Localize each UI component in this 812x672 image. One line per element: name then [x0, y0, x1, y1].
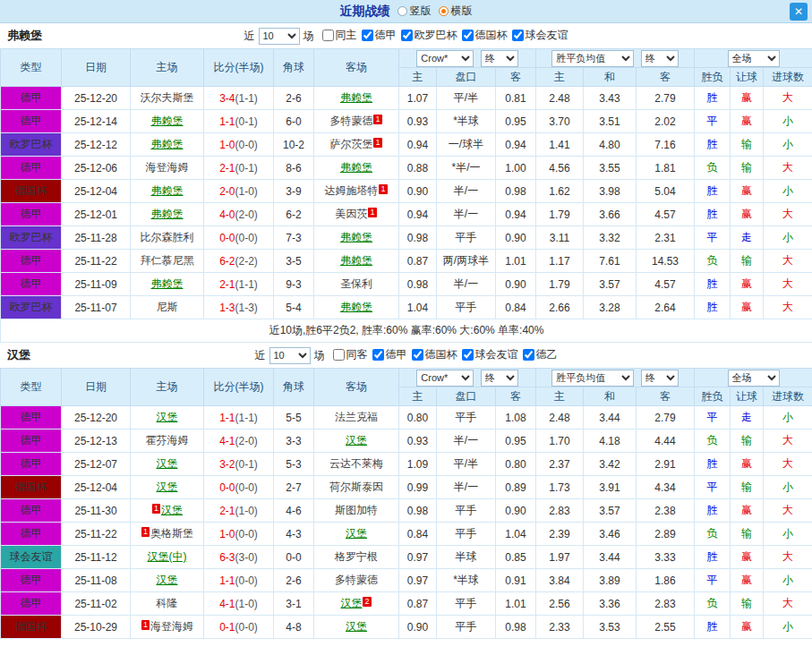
home-team-name[interactable]: 汉堡 — [157, 457, 178, 470]
filter-checkbox-input[interactable] — [372, 349, 384, 361]
league-type-cell: 德甲 — [1, 406, 62, 430]
home-team-name[interactable]: 汉堡 — [157, 574, 178, 586]
home-team-name[interactable]: 汉堡(中) — [148, 550, 187, 563]
away-team-name[interactable]: 汉堡 — [340, 597, 362, 609]
odds-time-select[interactable]: 终 — [481, 370, 518, 387]
filter-checkbox[interactable]: 德国杯 — [412, 347, 457, 362]
mean-away-value: 4.34 — [637, 476, 695, 499]
filter-checkbox[interactable]: 球会友谊 — [462, 347, 518, 362]
home-team-name[interactable]: 弗赖堡 — [151, 138, 184, 150]
home-team-name[interactable]: 弗赖堡 — [151, 115, 184, 127]
odds-home-value: 0.90 — [399, 616, 437, 639]
col-result-handicap: 让球 — [731, 68, 764, 87]
match-row: 欧罗巴杯25-11-07尼斯1-3(1-3)5-4弗赖堡1.04平手0.842.… — [1, 296, 812, 319]
odds-time-select[interactable]: 终 — [481, 50, 518, 67]
filter-checkbox-input[interactable] — [523, 349, 534, 361]
away-team-name[interactable]: 汉堡 — [346, 434, 367, 447]
filter-checkbox-input[interactable] — [512, 30, 524, 41]
filter-checkbox-input[interactable] — [412, 349, 423, 361]
score-cell: 2-1(0-1) — [204, 157, 274, 180]
home-team-name[interactable]: 弗赖堡 — [151, 277, 184, 290]
away-team-name: 荷尔斯泰因 — [329, 481, 383, 493]
away-team-cell: 汉堡2 — [314, 592, 399, 616]
home-team-name[interactable]: 汉堡 — [157, 411, 178, 423]
mean-time-select[interactable]: 终 — [641, 50, 679, 67]
mean-time-select[interactable]: 终 — [641, 370, 679, 387]
score-cell: 4-0(2-0) — [204, 203, 274, 226]
away-team-name[interactable]: 弗赖堡 — [340, 254, 372, 267]
result-wdl: 胜 — [695, 273, 731, 296]
filter-checkbox-input[interactable] — [322, 30, 334, 41]
away-team-name[interactable]: 弗赖堡 — [340, 91, 372, 104]
result-wdl: 平 — [695, 476, 731, 499]
match-date: 25-11-09 — [62, 273, 131, 296]
close-button[interactable]: ✕ — [790, 3, 808, 21]
col-corner: 角球 — [274, 369, 314, 406]
filter-checkbox-input[interactable] — [333, 349, 345, 361]
home-team-name[interactable]: 汉堡 — [157, 481, 178, 493]
mean-type-select[interactable]: 胜平负均值 — [551, 370, 634, 387]
odds-company-select[interactable]: Crow* — [416, 50, 474, 67]
match-row: 德甲25-12-06海登海姆2-1(0-1)8-6弗赖堡0.88*半/一1.00… — [1, 157, 812, 180]
match-date: 25-12-04 — [62, 476, 131, 499]
filter-checkbox[interactable]: 德甲 — [362, 28, 397, 43]
odds-company-select[interactable]: Crow* — [416, 370, 474, 387]
home-team-name: 拜仁慕尼黑 — [141, 254, 194, 267]
score-cell: 2-1(1-1) — [204, 273, 274, 296]
recent-count-select[interactable]: 10 — [269, 347, 311, 364]
filter-checkbox[interactable]: 德甲 — [372, 347, 407, 362]
odds-home-value: 0.97 — [399, 569, 437, 592]
home-team-cell: 1汉堡 — [131, 499, 204, 523]
filter-checkbox-input[interactable] — [362, 30, 373, 41]
scope-select[interactable]: 全场 — [728, 50, 780, 67]
league-type-cell: 德国杯 — [1, 616, 62, 639]
filter-checkbox-input[interactable] — [462, 30, 474, 41]
mean-dropdown-cell: 胜平负均值 终 — [536, 369, 695, 387]
filter-checkbox[interactable]: 同主 — [322, 28, 357, 43]
filter-checkbox[interactable]: 球会友谊 — [512, 28, 568, 43]
score-cell: 0-0(0-0) — [204, 476, 274, 499]
home-team-name[interactable]: 弗赖堡 — [151, 208, 184, 220]
result-handicap: 走 — [731, 406, 764, 430]
away-team-name[interactable]: 弗赖堡 — [340, 231, 372, 243]
home-team-name[interactable]: 汉堡 — [161, 504, 183, 516]
filter-checkbox[interactable]: 欧罗巴杯 — [401, 28, 457, 43]
home-team-cell: 弗赖堡 — [131, 273, 204, 296]
home-team-name[interactable]: 弗赖堡 — [151, 184, 184, 197]
recent-count-select[interactable]: 10 — [259, 28, 300, 45]
mean-draw-value: 3.32 — [584, 226, 637, 250]
scope-select[interactable]: 全场 — [728, 370, 780, 387]
layout-radio-horizontal[interactable]: 横版 — [439, 4, 473, 19]
away-team-name[interactable]: 汉堡 — [346, 527, 367, 540]
filter-checkbox-input[interactable] — [401, 30, 413, 41]
mean-away-value: 7.16 — [637, 133, 695, 157]
match-row: 德甲25-12-14弗赖堡1-1(0-1)6-0多特蒙德10.93*半球0.95… — [1, 110, 812, 133]
filter-checkbox[interactable]: 德乙 — [523, 347, 558, 362]
away-team-name[interactable]: 弗赖堡 — [340, 161, 372, 174]
filter-checkbox-input[interactable] — [462, 349, 474, 361]
red-card-badge: 1 — [141, 527, 150, 537]
mean-away-value: 3.33 — [637, 546, 695, 569]
odds-away-value: 0.80 — [496, 453, 536, 476]
filter-checkbox[interactable]: 德国杯 — [462, 28, 508, 43]
odds-handicap-value: 半/一 — [437, 203, 496, 226]
filter-checkbox-label: 德国杯 — [475, 28, 508, 43]
away-team-name[interactable]: 汉堡 — [346, 620, 367, 633]
odds-away-value: 1.04 — [496, 523, 536, 546]
result-handicap: 输 — [731, 250, 764, 273]
mean-draw-value: 7.61 — [584, 250, 637, 273]
odds-away-value: 0.90 — [496, 499, 536, 523]
result-wdl: 平 — [695, 569, 731, 592]
filter-checkbox[interactable]: 同客 — [333, 347, 368, 362]
match-date: 25-12-13 — [62, 430, 131, 453]
mean-dropdown-cell: 胜平负均值 终 — [536, 49, 695, 68]
corner-count: 6-0 — [274, 110, 314, 133]
radio-vertical-icon[interactable] — [397, 6, 407, 16]
away-team-name: 萨尔茨堡 — [329, 138, 372, 150]
away-team-name[interactable]: 弗赖堡 — [340, 301, 372, 313]
mean-type-select[interactable]: 胜平负均值 — [551, 50, 634, 67]
radio-horizontal-icon[interactable] — [439, 6, 449, 16]
result-wdl: 负 — [695, 523, 731, 546]
result-wdl: 胜 — [695, 296, 731, 319]
layout-radio-vertical[interactable]: 竖版 — [397, 4, 432, 19]
